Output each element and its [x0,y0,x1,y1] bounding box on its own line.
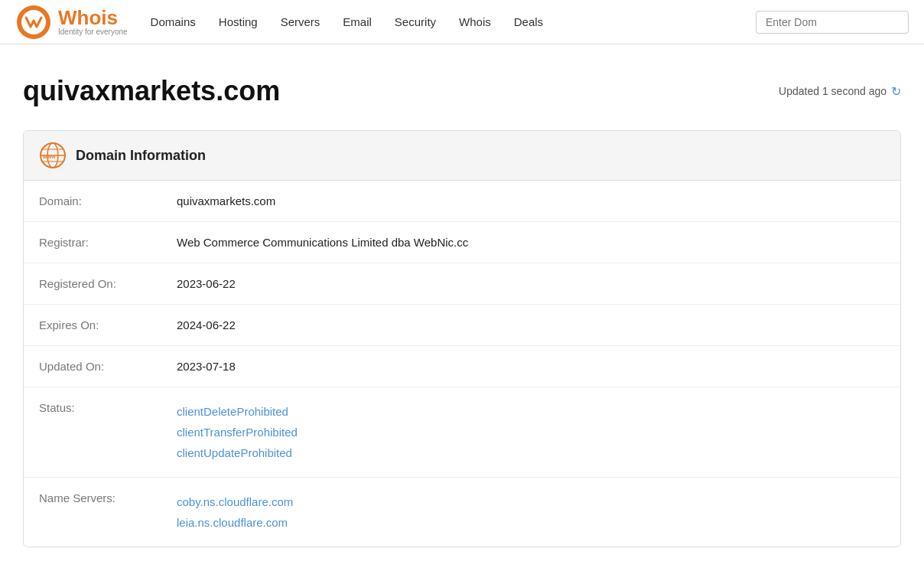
nav-servers[interactable]: Servers [281,15,320,28]
domain-header: quivaxmarkets.com Updated 1 second ago ↻ [23,75,901,107]
table-row: Status:clientDeleteProhibitedclientTrans… [24,387,900,478]
row-value: 2024-06-22 [161,305,900,346]
row-label: Registrar: [24,222,161,263]
table-row: Expires On:2024-06-22 [24,305,900,346]
table-row: Domain:quivaxmarkets.com [24,181,900,222]
list-item: clientTransferProhibited [177,422,885,442]
logo-link[interactable]: Whois Identity for everyone [15,4,128,41]
card-title: Domain Information [76,148,206,164]
logo-tagline: Identity for everyone [58,28,128,37]
search-input[interactable] [756,11,909,34]
row-label: Registered On: [24,263,161,305]
nav-security[interactable]: Security [395,15,436,28]
site-header: Whois Identity for everyone Domains Host… [0,0,924,44]
domain-info-table: Domain:quivaxmarkets.comRegistrar:Web Co… [24,181,900,547]
row-label: Updated On: [24,346,161,387]
list-item: clientUpdateProhibited [177,442,885,463]
refresh-icon[interactable]: ↻ [891,84,901,99]
www-globe-icon: www [39,142,67,169]
row-value: quivaxmarkets.com [161,181,900,222]
row-value: 2023-06-22 [161,263,900,305]
row-label: Name Servers: [24,478,161,547]
row-label: Status: [24,387,161,478]
logo-name: Whois [58,8,128,28]
nav-deals[interactable]: Deals [514,15,543,28]
nav-hosting[interactable]: Hosting [219,15,258,28]
svg-text:www: www [42,154,56,159]
search-container [756,11,909,34]
row-label: Expires On: [24,305,161,346]
main-nav: Domains Hosting Servers Email Security W… [151,15,756,28]
logo-text: Whois Identity for everyone [58,8,128,37]
main-content: quivaxmarkets.com Updated 1 second ago ↻… [0,44,924,568]
domain-info-card: www Domain Information Domain:quivaxmark… [23,130,901,547]
table-row: Name Servers:coby.ns.cloudflare.comleia.… [24,478,900,547]
row-value: Web Commerce Communications Limited dba … [161,222,900,263]
list-item: leia.ns.cloudflare.com [177,512,885,533]
row-value: coby.ns.cloudflare.comleia.ns.cloudflare… [161,478,900,547]
card-header: www Domain Information [24,131,900,181]
table-row: Updated On:2023-07-18 [24,346,900,387]
list-item: clientDeleteProhibited [177,401,885,422]
nav-domains[interactable]: Domains [151,15,196,28]
list-item: coby.ns.cloudflare.com [177,491,885,512]
updated-text: Updated 1 second ago [779,85,887,97]
table-row: Registrar:Web Commerce Communications Li… [24,222,900,263]
table-row: Registered On:2023-06-22 [24,263,900,305]
logo-icon [15,4,52,41]
row-label: Domain: [24,181,161,222]
domain-title: quivaxmarkets.com [23,75,280,107]
row-value: 2023-07-18 [161,346,900,387]
updated-section: Updated 1 second ago ↻ [779,84,901,99]
nav-email[interactable]: Email [343,15,372,28]
nav-whois[interactable]: Whois [459,15,491,28]
row-value: clientDeleteProhibitedclientTransferProh… [161,387,900,478]
